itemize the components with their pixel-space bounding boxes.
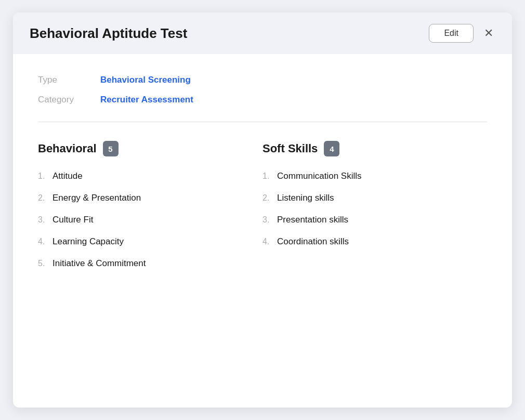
category-list-soft-skills: 1.Communication Skills2.Listening skills…: [262, 171, 487, 247]
list-number: 3.: [38, 215, 47, 225]
list-item-text: Learning Capacity: [52, 237, 124, 247]
list-item-text: Culture Fit: [52, 215, 93, 225]
list-number: 5.: [38, 259, 47, 268]
list-item: 3.Presentation skills: [262, 215, 487, 225]
list-item: 1.Attitude: [38, 171, 262, 181]
category-title-behavioral: Behavioral: [38, 142, 97, 155]
modal-title: Behavioral Aptitude Test: [30, 25, 187, 42]
list-number: 1.: [38, 172, 47, 181]
list-item-text: Energy & Presentation: [52, 193, 141, 203]
list-item: 3.Culture Fit: [38, 215, 262, 225]
list-item-text: Presentation skills: [277, 215, 348, 225]
modal-body: Type Behavioral Screening Category Recru…: [13, 54, 512, 301]
divider: [38, 122, 487, 122]
list-item-text: Coordination skills: [277, 237, 349, 247]
close-button[interactable]: ✕: [482, 25, 495, 41]
list-item: 2.Energy & Presentation: [38, 193, 262, 203]
list-item: 5.Initiative & Commitment: [38, 258, 262, 269]
modal-container: Behavioral Aptitude Test Edit ✕ Type Beh…: [13, 12, 512, 408]
modal-header: Behavioral Aptitude Test Edit ✕: [13, 12, 512, 54]
category-list-behavioral: 1.Attitude2.Energy & Presentation3.Cultu…: [38, 171, 262, 269]
category-title-soft-skills: Soft Skills: [262, 142, 318, 155]
category-header-behavioral: Behavioral5: [38, 141, 262, 156]
category-badge-soft-skills: 4: [324, 141, 339, 156]
list-item-text: Listening skills: [277, 193, 334, 203]
meta-section: Type Behavioral Screening Category Recru…: [38, 75, 487, 105]
list-number: 1.: [262, 172, 272, 181]
category-column-soft-skills: Soft Skills41.Communication Skills2.List…: [262, 141, 487, 280]
list-item-text: Initiative & Commitment: [52, 258, 146, 269]
meta-type-row: Type Behavioral Screening: [38, 75, 487, 85]
category-label: Category: [38, 95, 100, 105]
category-value: Recruiter Assessment: [100, 95, 193, 105]
list-item: 4.Coordination skills: [262, 237, 487, 247]
list-item-text: Attitude: [52, 171, 83, 181]
meta-category-row: Category Recruiter Assessment: [38, 95, 487, 105]
list-number: 4.: [262, 237, 272, 246]
categories-section: Behavioral51.Attitude2.Energy & Presenta…: [38, 141, 487, 280]
category-column-behavioral: Behavioral51.Attitude2.Energy & Presenta…: [38, 141, 262, 280]
list-item: 4.Learning Capacity: [38, 237, 262, 247]
type-label: Type: [38, 75, 100, 85]
list-item: 2.Listening skills: [262, 193, 487, 203]
type-value: Behavioral Screening: [100, 75, 191, 85]
list-item-text: Communication Skills: [277, 171, 362, 181]
list-number: 2.: [38, 193, 47, 203]
list-item: 1.Communication Skills: [262, 171, 487, 181]
list-number: 3.: [262, 215, 272, 225]
category-badge-behavioral: 5: [103, 141, 119, 156]
category-header-soft-skills: Soft Skills4: [262, 141, 487, 156]
list-number: 2.: [262, 193, 272, 203]
edit-button[interactable]: Edit: [429, 24, 474, 43]
list-number: 4.: [38, 237, 47, 246]
header-actions: Edit ✕: [429, 24, 495, 43]
